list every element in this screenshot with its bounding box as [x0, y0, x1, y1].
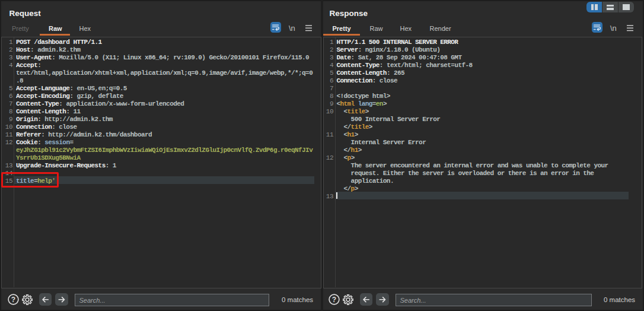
svg-text:?: ? [332, 296, 336, 304]
svg-text:?: ? [11, 296, 15, 304]
